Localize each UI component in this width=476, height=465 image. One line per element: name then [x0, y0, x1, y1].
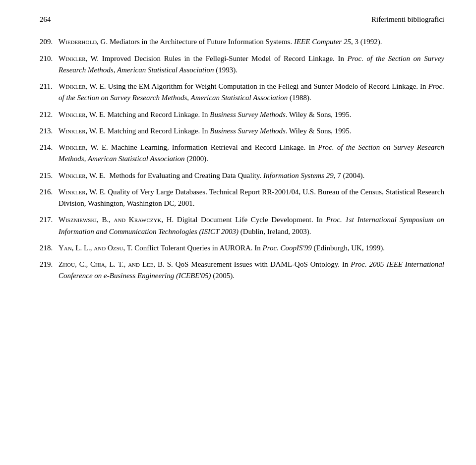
ref-content: Winkler, W. E. Matching and Record Linka… — [59, 125, 444, 137]
ref-content: Zhou, C., Chia, L. T., and Lee, B. S. Qo… — [59, 259, 444, 282]
list-item: 218.Yan, L. L., and Ozsu, T. Conflict To… — [40, 242, 444, 254]
ref-number: 210. — [40, 53, 59, 76]
page: 264 Riferimenti bibliografici 209.Wieder… — [0, 0, 476, 465]
ref-content: Winkler, W. E. Matching and Record Linka… — [59, 109, 444, 120]
list-item: 215.Winkler, W. E. Methods for Evaluatin… — [40, 170, 444, 181]
page-number: 264 — [40, 14, 51, 25]
list-item: 210.Winkler, W. Improved Decision Rules … — [40, 53, 444, 76]
list-item: 212.Winkler, W. E. Matching and Record L… — [40, 109, 444, 120]
references-list: 209.Wiederhold, G. Mediators in the Arch… — [40, 36, 444, 282]
ref-number: 209. — [40, 36, 59, 48]
list-item: 219.Zhou, C., Chia, L. T., and Lee, B. S… — [40, 259, 444, 282]
ref-content: Yan, L. L., and Ozsu, T. Conflict Tolera… — [59, 242, 444, 254]
ref-number: 218. — [40, 242, 59, 254]
list-item: 211.Winkler, W. E. Using the EM Algorith… — [40, 81, 444, 104]
ref-content: Winkler, W. Improved Decision Rules in t… — [59, 53, 444, 76]
ref-number: 216. — [40, 186, 59, 210]
ref-number: 215. — [40, 170, 59, 181]
ref-content: Winkler, W. E. Quality of Very Large Dat… — [59, 186, 444, 210]
ref-content: Winkler, W. E. Using the EM Algorithm fo… — [59, 81, 444, 104]
ref-number: 211. — [40, 81, 59, 104]
page-header: 264 Riferimenti bibliografici — [40, 14, 444, 25]
list-item: 217.Wiszniewski, B., and Krawczyk, H. Di… — [40, 214, 444, 237]
ref-number: 214. — [40, 142, 59, 165]
list-item: 216.Winkler, W. E. Quality of Very Large… — [40, 186, 444, 210]
ref-content: Wiszniewski, B., and Krawczyk, H. Digita… — [59, 214, 444, 237]
list-item: 213.Winkler, W. E. Matching and Record L… — [40, 125, 444, 137]
list-item: 209.Wiederhold, G. Mediators in the Arch… — [40, 36, 444, 48]
ref-number: 212. — [40, 109, 59, 120]
page-title: Riferimenti bibliografici — [371, 14, 444, 25]
list-item: 214.Winkler, W. E. Machine Learning, Inf… — [40, 142, 444, 165]
ref-content: Winkler, W. E. Machine Learning, Informa… — [59, 142, 444, 165]
ref-content: Wiederhold, G. Mediators in the Architec… — [59, 36, 444, 48]
ref-number: 213. — [40, 125, 59, 137]
ref-content: Winkler, W. E. Methods for Evaluating an… — [59, 170, 444, 181]
ref-number: 217. — [40, 214, 59, 237]
ref-number: 219. — [40, 259, 59, 282]
